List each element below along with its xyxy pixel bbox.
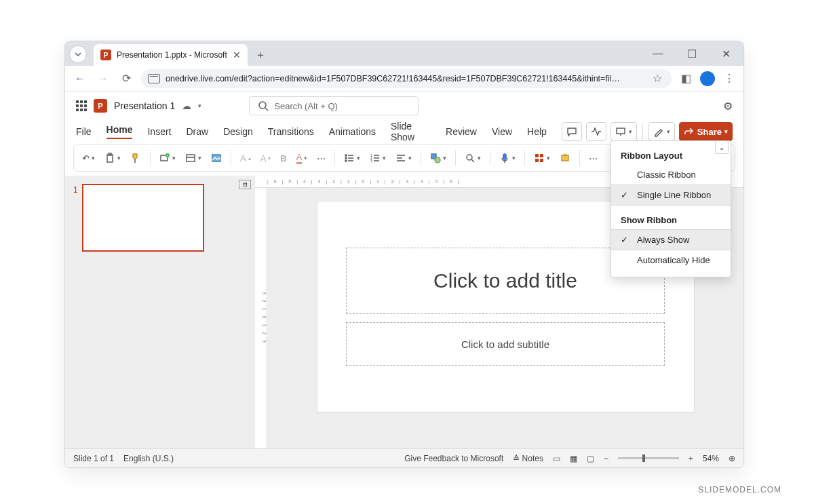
chevron-down-icon — [73, 49, 83, 60]
tab-review[interactable]: Review — [446, 126, 477, 137]
tab-file[interactable]: File — [76, 126, 92, 137]
comments-button[interactable] — [562, 122, 582, 141]
picture-icon — [211, 153, 222, 163]
feedback-link[interactable]: Give Feedback to Microsoft — [404, 454, 503, 463]
close-tab-button[interactable]: ✕ — [233, 50, 241, 60]
title-dropdown-icon[interactable]: ▾ — [198, 102, 201, 109]
tab-help[interactable]: Help — [527, 126, 547, 137]
layout-button[interactable]: ▾ — [182, 151, 204, 166]
tab-insert[interactable]: Insert — [147, 126, 171, 137]
dictate-button[interactable]: ▾ — [497, 151, 518, 166]
align-button[interactable]: ▾ — [393, 151, 414, 166]
minimize-button[interactable]: — — [648, 44, 667, 63]
svg-point-29 — [435, 157, 440, 163]
rehearse-button[interactable] — [557, 151, 573, 166]
view-normal-icon[interactable]: ▭ — [553, 454, 560, 463]
present-button[interactable]: ▾ — [610, 122, 637, 141]
extensions-icon[interactable]: ◧ — [678, 72, 693, 85]
url-bar[interactable]: onedrive.live.com/edit?action=editnew&id… — [141, 69, 672, 88]
zoom-out-button[interactable]: − — [604, 454, 608, 463]
font-more-button[interactable]: ⋯ — [314, 151, 328, 166]
url-text: onedrive.live.com/edit?action=editnew&id… — [166, 74, 644, 83]
bookmark-star-icon[interactable]: ☆ — [650, 72, 665, 85]
bold-button[interactable]: B — [277, 151, 289, 166]
picture-button[interactable] — [208, 151, 225, 166]
undo-button[interactable]: ↶▾ — [79, 151, 98, 166]
find-icon — [465, 153, 476, 163]
shapes-icon — [430, 153, 441, 163]
svg-point-13 — [345, 155, 347, 156]
saved-to-cloud-icon[interactable]: ☁ — [182, 100, 191, 111]
option-always-show[interactable]: ✓Always Show — [611, 229, 731, 250]
format-painter-button[interactable] — [128, 151, 144, 166]
option-single-line-ribbon[interactable]: ✓Single Line Ribbon — [611, 185, 731, 206]
find-button[interactable]: ▾ — [462, 151, 484, 166]
share-icon — [684, 126, 695, 137]
check-icon: ✓ — [621, 235, 630, 245]
status-slide-count[interactable]: Slide 1 of 1 — [73, 454, 114, 463]
app-title-bar: P Presentation 1 ☁ ▾ Search (Alt + Q) ⚙ — [65, 92, 743, 120]
zoom-in-button[interactable]: + — [689, 454, 693, 463]
option-classic-ribbon[interactable]: Classic Ribbon — [611, 165, 731, 185]
tab-animations[interactable]: Animations — [329, 126, 376, 137]
view-reading-icon[interactable]: ▢ — [587, 454, 594, 463]
tab-design[interactable]: Design — [223, 126, 253, 137]
shapes-button[interactable]: ▾ — [427, 151, 449, 166]
browser-tab[interactable]: P Presentation 1.pptx - Microsoft ✕ — [94, 44, 248, 66]
search-box[interactable]: Search (Alt + Q) — [249, 96, 419, 115]
profile-avatar-icon[interactable]: 👤 — [700, 71, 715, 86]
tab-view[interactable]: View — [492, 126, 512, 137]
tab-home[interactable]: Home — [106, 124, 133, 139]
bullets-button[interactable]: ▾ — [341, 151, 363, 166]
option-auto-hide[interactable]: Automatically Hide — [611, 250, 731, 270]
new-slide-button[interactable]: +▾ — [157, 151, 178, 166]
fit-to-window-icon[interactable]: ⊕ — [729, 454, 735, 463]
status-language[interactable]: English (U.S.) — [123, 454, 174, 463]
powerpoint-app-icon: P — [94, 99, 107, 113]
forward-button[interactable]: → — [95, 73, 111, 85]
view-sorter-icon[interactable]: ▦ — [570, 454, 577, 463]
editing-mode-button[interactable]: ▾ — [648, 122, 675, 141]
subtitle-placeholder[interactable]: Click to add subtitle — [346, 322, 665, 366]
tab-title: Presentation 1.pptx - Microsoft — [117, 50, 227, 60]
zoom-percent[interactable]: 54% — [703, 454, 719, 463]
document-title[interactable]: Presentation 1 — [114, 100, 175, 111]
pencil-icon — [653, 126, 664, 137]
layout-icon — [185, 153, 196, 163]
present-icon — [615, 126, 626, 137]
slide-thumbnail-panel: 1 — [65, 176, 235, 448]
svg-rect-35 — [535, 159, 539, 162]
share-button[interactable]: Share ▾ — [679, 122, 733, 141]
maximize-button[interactable]: ☐ — [682, 44, 701, 63]
font-size-down-button[interactable]: A▾ — [258, 151, 274, 166]
ribbon-overflow-button[interactable]: ⋯ — [586, 151, 600, 166]
site-info-icon[interactable] — [148, 74, 160, 83]
svg-rect-34 — [540, 154, 543, 157]
tab-transitions[interactable]: Transitions — [268, 126, 314, 137]
back-button[interactable]: ← — [72, 73, 88, 85]
notes-toggle[interactable]: ≙ Notes — [513, 454, 543, 463]
zoom-slider[interactable] — [618, 457, 679, 459]
reload-button[interactable]: ⟳ — [118, 72, 134, 85]
catchup-button[interactable] — [586, 122, 606, 141]
ribbon-display-options-button[interactable]: ⌄ — [715, 140, 729, 154]
tab-slideshow[interactable]: Slide Show — [391, 121, 431, 142]
svg-rect-32 — [503, 154, 506, 159]
outline-toggle-icon[interactable]: ⊟ — [239, 180, 251, 189]
numbering-button[interactable]: 123▾ — [367, 151, 389, 166]
designer-button[interactable]: ▾ — [531, 151, 553, 166]
align-icon — [395, 153, 406, 163]
new-tab-button[interactable]: ＋ — [252, 46, 269, 64]
slide-thumbnail-1[interactable] — [82, 184, 204, 252]
font-size-up-button[interactable]: A▴ — [237, 151, 254, 166]
browser-menu-button[interactable]: ⋮ — [722, 72, 737, 85]
tab-search-dropdown[interactable] — [69, 45, 87, 63]
app-launcher-icon[interactable] — [76, 100, 87, 111]
settings-gear-icon[interactable]: ⚙ — [723, 100, 733, 113]
designer-icon — [534, 153, 545, 163]
font-color-button[interactable]: A▾ — [294, 150, 311, 166]
tab-draw[interactable]: Draw — [186, 126, 208, 137]
paste-button[interactable]: ▾ — [102, 151, 123, 166]
status-bar: Slide 1 of 1 English (U.S.) Give Feedbac… — [65, 448, 743, 467]
close-window-button[interactable]: ✕ — [716, 44, 735, 63]
